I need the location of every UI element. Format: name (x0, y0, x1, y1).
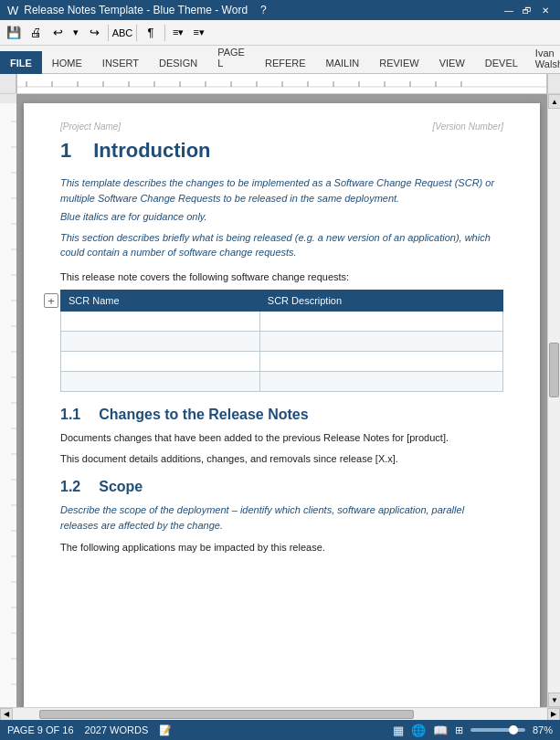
tab-design[interactable]: DESIGN (149, 51, 207, 74)
version-number-field: [Version Number] (433, 122, 503, 132)
table-cell[interactable] (61, 332, 260, 352)
tab-mailings[interactable]: MAILIN (316, 51, 370, 74)
section1-heading: 1 Introduction (60, 139, 503, 163)
close-button[interactable]: ✕ (538, 4, 553, 16)
vertical-scrollbar[interactable]: ▲ ▼ (547, 94, 560, 707)
table-row (61, 332, 503, 352)
user-info: Ivan Walsh K (528, 44, 560, 73)
col-scr-name: SCR Name (61, 291, 260, 312)
section12-heading: 1.2 Scope (60, 479, 503, 495)
horizontal-scrollbar[interactable]: ◀ ▶ (0, 707, 560, 720)
table-row (61, 312, 503, 332)
format-marks-icon[interactable]: ¶ (141, 23, 161, 43)
section1-title: Introduction (93, 139, 210, 163)
table-cell[interactable] (61, 352, 260, 372)
read-mode-icon[interactable]: 📖 (433, 724, 448, 737)
document-scroll-area[interactable]: [Project Name] [Version Number] 1 Introd… (16, 94, 547, 707)
word-count: 2027 WORDS (85, 724, 149, 735)
toolbar-separator-2 (136, 25, 137, 41)
ribbon-tab-bar: FILE HOME INSERT DESIGN PAGE L REFERE MA… (0, 46, 560, 73)
guidance-text-1: This template describes the changes to b… (60, 175, 503, 206)
scr-table-container: + SCR Name SCR Description (60, 290, 503, 392)
title-bar-left: W Release Notes Template - Blue Theme - … (7, 4, 267, 17)
document-container: [Project Name] [Version Number] 1 Introd… (0, 94, 560, 707)
web-layout-icon[interactable]: 🌐 (411, 724, 426, 737)
tab-file[interactable]: FILE (0, 51, 42, 74)
horizontal-ruler (0, 74, 560, 94)
page-header: [Project Name] [Version Number] (60, 122, 503, 132)
table-cell[interactable] (259, 352, 502, 372)
status-bar-right: ▦ 🌐 📖 ⊞ 87% (393, 724, 553, 737)
intro-paragraph: This release note covers the following s… (60, 270, 503, 285)
h-scrollbar-left-button[interactable]: ◀ (0, 708, 13, 721)
h-scrollbar-thumb[interactable] (39, 710, 414, 719)
user-name: Ivan Walsh (535, 48, 560, 69)
zoom-percent: 87% (533, 724, 553, 735)
table-row (61, 372, 503, 392)
section12-guidance: Describe the scope of the deployment – i… (60, 502, 503, 533)
section1-number: 1 (60, 139, 71, 163)
section12-number: 1.2 (60, 479, 80, 495)
toolbar-dropdown-2[interactable]: ≡▾ (189, 25, 207, 40)
ruler-inner (16, 74, 547, 93)
h-scrollbar-right-button[interactable]: ▶ (547, 708, 560, 721)
vertical-ruler (0, 94, 16, 707)
save-icon[interactable]: 💾 (4, 23, 24, 43)
minimize-button[interactable]: — (502, 4, 516, 16)
table-cell[interactable] (259, 332, 502, 352)
guidance-text-2: This section describes briefly what is b… (60, 230, 503, 260)
table-cell[interactable] (259, 372, 502, 392)
title-bar-controls: — 🗗 ✕ (502, 4, 553, 16)
table-cell[interactable] (259, 312, 502, 332)
ribbon: FILE HOME INSERT DESIGN PAGE L REFERE MA… (0, 46, 560, 74)
table-insert-button[interactable]: + (44, 293, 58, 308)
section12-title: Scope (99, 479, 143, 495)
col-scr-desc: SCR Description (259, 291, 502, 312)
scr-table: SCR Name SCR Description (60, 290, 503, 392)
scrollbar-track[interactable] (548, 109, 560, 692)
zoom-slider[interactable] (470, 728, 525, 732)
title-bar: W Release Notes Template - Blue Theme - … (0, 0, 560, 20)
toolbar-dropdown-1[interactable]: ≡▾ (169, 25, 187, 40)
section11-title: Changes to the Release Notes (99, 407, 308, 423)
h-scrollbar-track[interactable] (13, 708, 547, 720)
tab-references[interactable]: REFERE (255, 51, 316, 74)
toolbar: 💾 🖨 ↩ ▾ ↪ ABC ¶ ≡▾ ≡▾ (0, 20, 560, 46)
project-name-field: [Project Name] (60, 122, 121, 132)
tab-home[interactable]: HOME (42, 51, 92, 74)
section11-number: 1.1 (60, 407, 80, 423)
title-bar-title: Release Notes Template - Blue Theme - Wo… (24, 4, 248, 16)
table-row (61, 352, 503, 372)
track-changes-icon: 📝 (159, 724, 172, 736)
section12-para1: The following applications may be impact… (60, 540, 503, 555)
restore-button[interactable]: 🗗 (520, 4, 534, 16)
help-button[interactable]: ? (260, 4, 267, 16)
toolbar-separator-3 (164, 25, 165, 41)
section11-para2: This document details additions, changes… (60, 451, 503, 467)
layout-icon[interactable]: ▦ (393, 724, 404, 737)
tab-insert[interactable]: INSERT (92, 51, 149, 74)
word-icon: W (7, 4, 18, 17)
scrollbar-down-button[interactable]: ▼ (548, 692, 560, 707)
print-layout-icon[interactable]: ⊞ (455, 724, 463, 736)
scrollbar-thumb[interactable] (549, 343, 559, 397)
page-indicator: PAGE 9 OF 16 (7, 724, 74, 735)
tab-page-layout[interactable]: PAGE L (207, 40, 255, 74)
tab-developer[interactable]: DEVEL (475, 51, 528, 74)
section11-para1: Documents changes that have been added t… (60, 430, 503, 446)
undo-dropdown[interactable]: ▾ (69, 25, 82, 40)
zoom-slider-thumb[interactable] (509, 725, 518, 735)
spelling-icon[interactable]: ABC (112, 23, 132, 43)
guidance-note: Blue italics are for guidance only. (60, 209, 503, 225)
document-page: [Project Name] [Version Number] 1 Introd… (24, 103, 540, 707)
table-cell[interactable] (61, 312, 260, 332)
tab-view[interactable]: VIEW (429, 51, 475, 74)
table-cell[interactable] (61, 372, 260, 392)
print-icon[interactable]: 🖨 (26, 23, 46, 43)
scrollbar-up-button[interactable]: ▲ (548, 94, 560, 109)
tab-review[interactable]: REVIEW (369, 51, 428, 74)
section11-heading: 1.1 Changes to the Release Notes (60, 407, 503, 423)
redo-icon[interactable]: ↪ (84, 23, 104, 43)
toolbar-separator-1 (108, 25, 109, 41)
undo-icon[interactable]: ↩ (48, 23, 68, 43)
